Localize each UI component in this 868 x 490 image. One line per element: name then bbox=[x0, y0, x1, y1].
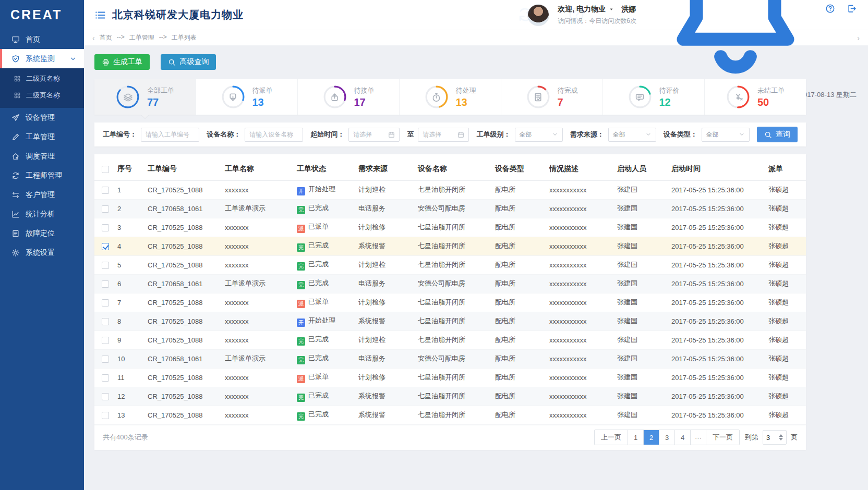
stat-card-5[interactable]: 待评价12 bbox=[603, 79, 705, 115]
table-row-12: 12CR_170525_1088xxxxxxx完已完成系统报警七星油脂开闭所配电… bbox=[94, 387, 806, 406]
cell-dispatcher: 张硕超 bbox=[768, 330, 806, 349]
cell-start-time: 2017-05-25 15:25:36:00 bbox=[671, 274, 768, 293]
row-checkbox[interactable] bbox=[102, 262, 109, 269]
stat-label: 待接单 bbox=[354, 86, 375, 95]
comment-icon bbox=[635, 92, 645, 102]
stat-card-6[interactable]: 未结工单50 bbox=[705, 79, 806, 115]
row-checkbox[interactable] bbox=[102, 299, 109, 307]
cell-device: 七星油脂开闭所 bbox=[418, 406, 495, 424]
cell-start-time: 2017-05-25 15:25:36:00 bbox=[671, 237, 768, 255]
page-button-4[interactable]: 4 bbox=[674, 430, 690, 445]
cell-starter: 张建国 bbox=[617, 368, 671, 387]
cell-starter: 张建国 bbox=[617, 312, 671, 330]
sidebar-item-4[interactable]: 调度管理 bbox=[0, 146, 84, 166]
stat-card-2[interactable]: 待接单17 bbox=[298, 79, 400, 115]
sidebar-item-label: 调度管理 bbox=[26, 152, 55, 161]
sidebar-subitem-label: 二级页名称 bbox=[26, 91, 60, 100]
next-page-button[interactable]: 下一页 bbox=[706, 430, 739, 445]
row-checkbox[interactable] bbox=[102, 280, 109, 288]
cell-order-no: CR_170525_1088 bbox=[148, 406, 225, 424]
sidebar-item-5[interactable]: 工程师管理 bbox=[0, 166, 84, 185]
search-icon bbox=[168, 58, 176, 66]
cell-source: 计划巡检 bbox=[358, 255, 418, 274]
breadcrumb-link-0[interactable]: 首页 bbox=[100, 33, 112, 42]
page-stepper-icon[interactable] bbox=[779, 434, 783, 440]
row-checkbox[interactable] bbox=[102, 393, 109, 400]
goto-suffix: 页 bbox=[791, 433, 798, 442]
cell-order-no: CR_170525_1088 bbox=[148, 368, 225, 387]
device-name-input[interactable] bbox=[249, 131, 298, 138]
cell-device: 七星油脂开闭所 bbox=[418, 293, 495, 312]
create-order-button[interactable]: 生成工单 bbox=[94, 54, 150, 70]
collapse-menu-icon[interactable] bbox=[94, 9, 106, 21]
cell-status: 派已派单 bbox=[297, 368, 358, 387]
sidebar-item-7[interactable]: 统计分析 bbox=[0, 204, 84, 224]
page-button-3[interactable]: 3 bbox=[659, 430, 674, 445]
row-checkbox[interactable] bbox=[102, 318, 109, 325]
row-checkbox[interactable] bbox=[102, 243, 109, 250]
cell-source: 系统报警 bbox=[358, 387, 418, 406]
cell-dispatcher: 张硕超 bbox=[768, 274, 806, 293]
help-icon[interactable] bbox=[825, 4, 835, 14]
notifications-button[interactable]: 5 bbox=[657, 0, 814, 87]
page-button-2[interactable]: 2 bbox=[643, 430, 659, 445]
stat-label: 未结工单 bbox=[757, 86, 785, 95]
row-checkbox[interactable] bbox=[102, 224, 109, 231]
row-checkbox[interactable] bbox=[102, 412, 109, 419]
order-no-input[interactable] bbox=[146, 131, 195, 138]
table-row-11: 11CR_170525_1088xxxxxxx派已派单计划检修七星油脂开闭所配电… bbox=[94, 368, 806, 387]
cell-seq: 6 bbox=[117, 274, 148, 293]
query-button[interactable]: 查询 bbox=[757, 127, 798, 142]
sidebar-item-label: 统计分析 bbox=[26, 210, 55, 219]
breadcrumb-link-1[interactable]: 工单管理 bbox=[129, 33, 154, 42]
status-badge: 完 bbox=[297, 262, 305, 271]
sidebar-item-0[interactable]: 首页 bbox=[0, 30, 84, 49]
stat-card-1[interactable]: 待派单13 bbox=[196, 79, 298, 115]
advanced-search-button[interactable]: 高级查询 bbox=[161, 54, 216, 70]
user-dropdown-caret-icon[interactable] bbox=[609, 7, 614, 12]
status-badge: 完 bbox=[297, 243, 305, 252]
cell-status: 完已完成 bbox=[297, 255, 358, 274]
start-date-picker[interactable]: 请选择 bbox=[348, 128, 400, 142]
sidebar-subitem-0[interactable]: 二级页名称 bbox=[0, 70, 84, 87]
device-type-select[interactable]: 全部 bbox=[702, 128, 750, 142]
more-pages-button[interactable]: ··· bbox=[690, 430, 706, 445]
filter-label: 设备名称： bbox=[207, 130, 240, 139]
stat-card-0[interactable]: 全部工单77 bbox=[94, 79, 196, 115]
sidebar-item-6[interactable]: 客户管理 bbox=[0, 185, 84, 204]
chart-icon bbox=[11, 210, 20, 218]
sidebar-item-8[interactable]: 故障定位 bbox=[0, 224, 84, 243]
demand-source-select[interactable]: 全部 bbox=[608, 128, 656, 142]
cell-source: 计划检修 bbox=[358, 218, 418, 237]
order-level-select[interactable]: 全部 bbox=[515, 128, 563, 142]
sidebar-item-3[interactable]: 工单管理 bbox=[0, 127, 84, 146]
stat-card-3[interactable]: 待处理13 bbox=[400, 79, 501, 115]
sidebar-item-9[interactable]: 系统设置 bbox=[0, 243, 84, 262]
end-date-picker[interactable]: 请选择 bbox=[418, 128, 469, 142]
breadcrumb-back-icon[interactable]: ‹ bbox=[92, 34, 95, 42]
prev-page-button[interactable]: 上一页 bbox=[595, 430, 628, 445]
sidebar-item-1[interactable]: 系统监测 bbox=[0, 49, 84, 68]
column-header-name: 工单名称 bbox=[225, 157, 297, 180]
cell-source: 计划检修 bbox=[358, 368, 418, 387]
sidebar-subitem-1[interactable]: 二级页名称 bbox=[0, 87, 84, 104]
row-checkbox[interactable] bbox=[102, 337, 109, 344]
swap-icon bbox=[11, 191, 20, 199]
select-all-checkbox[interactable] bbox=[102, 166, 109, 173]
stat-card-4[interactable]: 待完成7 bbox=[501, 79, 603, 115]
row-checkbox[interactable] bbox=[102, 187, 109, 194]
breadcrumb-forward-icon[interactable]: › bbox=[857, 34, 860, 42]
cell-order-no: CR_170525_1088 bbox=[148, 312, 225, 330]
breadcrumb-link-2[interactable]: 工单列表 bbox=[172, 33, 197, 42]
logout-icon[interactable] bbox=[847, 4, 857, 14]
page-button-1[interactable]: 1 bbox=[628, 430, 643, 445]
row-checkbox[interactable] bbox=[102, 205, 109, 213]
goto-page-input[interactable]: 3 bbox=[763, 430, 787, 445]
row-checkbox[interactable] bbox=[102, 374, 109, 382]
row-checkbox[interactable] bbox=[102, 356, 109, 363]
table-row-8: 8CR_170525_1088xxxxxxx开开始处理系统报警七星油脂开闭所配电… bbox=[94, 312, 806, 330]
sidebar-item-2[interactable]: 设备管理 bbox=[0, 108, 84, 127]
search-icon bbox=[764, 131, 772, 139]
cell-device: 七星油脂开闭所 bbox=[418, 368, 495, 387]
cell-starter: 张建国 bbox=[617, 237, 671, 255]
